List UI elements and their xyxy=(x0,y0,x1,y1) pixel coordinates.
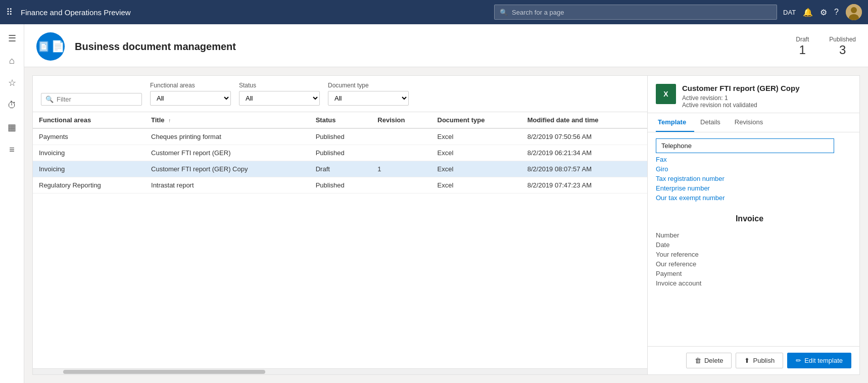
environment-label: DAT xyxy=(783,9,796,16)
cell-title: Customer FTI report (GER) xyxy=(145,145,310,161)
detail-sub1: Active revision: 1 xyxy=(682,94,800,102)
invoice-field-item: Date xyxy=(656,241,843,249)
settings-icon[interactable]: ⚙ xyxy=(820,8,827,17)
functional-areas-select[interactable]: All xyxy=(150,91,231,106)
page-icon: 📄 📄 xyxy=(36,32,65,61)
document-type-select[interactable]: All Excel xyxy=(328,91,409,106)
invoice-fields-list: NumberDateYour referenceOur referencePay… xyxy=(648,231,851,287)
search-box[interactable]: 🔍 Search for a page xyxy=(494,5,777,20)
cell-modified: 8/2/2019 08:07:57 AM xyxy=(521,161,647,177)
telephone-field: Telephone xyxy=(656,138,834,153)
svg-point-1 xyxy=(851,7,857,13)
hscroll-thumb[interactable] xyxy=(63,370,265,374)
template-link-item[interactable]: Enterprise number xyxy=(656,184,843,193)
detail-sub2: Active revision not validated xyxy=(682,102,800,109)
excel-icon: X xyxy=(656,84,676,104)
template-link-item[interactable]: Fax xyxy=(656,155,843,164)
cell-modified: 8/2/2019 07:50:56 AM xyxy=(521,128,647,145)
delete-button[interactable]: 🗑 Delete xyxy=(686,353,732,368)
table-header-row: Functional areas Title ↑ Status xyxy=(33,112,647,128)
delete-icon: 🗑 xyxy=(695,357,701,364)
search-icon: 🔍 xyxy=(500,9,508,16)
table-row[interactable]: Invoicing Customer FTI report (GER) Publ… xyxy=(33,145,647,161)
cell-modified: 8/2/2019 07:47:23 AM xyxy=(521,177,647,194)
invoice-field-item: Number xyxy=(656,231,843,239)
user-avatar[interactable] xyxy=(846,4,862,20)
publish-button[interactable]: ⬆ Publish xyxy=(736,353,783,368)
edit-template-label: Edit template xyxy=(804,357,843,364)
document-type-label: Document type xyxy=(328,82,409,89)
page-header: 📄 📄 Business document management Draft 1… xyxy=(24,24,868,67)
cell-document-type: Excel xyxy=(431,177,521,194)
col-modified[interactable]: Modified date and time xyxy=(521,112,647,128)
filter-search-group: 🔍 xyxy=(41,93,142,106)
filter-search-icon: 🔍 xyxy=(45,95,54,103)
template-link-item[interactable]: Tax registration number xyxy=(656,174,843,183)
cell-functional-area: Regulatory Reporting xyxy=(33,177,145,194)
cell-functional-area: Invoicing xyxy=(33,145,145,161)
table-row[interactable]: Payments Cheques printing format Publish… xyxy=(33,128,647,145)
edit-template-button[interactable]: ✏ Edit template xyxy=(787,353,851,368)
stat-published-value: 3 xyxy=(829,43,856,57)
grid-menu-icon[interactable]: ⠿ xyxy=(6,7,13,18)
col-status[interactable]: Status xyxy=(310,112,372,128)
list-panel: 🔍 Functional areas All Status All xyxy=(32,75,648,375)
col-title[interactable]: Title ↑ xyxy=(145,112,310,128)
template-link-item[interactable]: Giro xyxy=(656,165,843,173)
invoice-field-item: Our reference xyxy=(656,260,843,268)
stat-published-label: Published xyxy=(829,36,856,43)
filter-input[interactable] xyxy=(57,95,137,103)
invoice-field-item: Your reference xyxy=(656,251,843,258)
cell-title: Cheques printing format xyxy=(145,128,310,145)
filter-search-box[interactable]: 🔍 xyxy=(41,93,142,106)
content-area: 🔍 Functional areas All Status All xyxy=(24,67,868,383)
detail-tabs: Template Details Revisions xyxy=(648,113,859,132)
table-row[interactable]: Invoicing Customer FTI report (GER) Copy… xyxy=(33,161,647,177)
sidebar-item-modules[interactable]: ≡ xyxy=(2,139,22,160)
sidebar-item-favorites[interactable]: ☆ xyxy=(2,73,22,93)
help-icon[interactable]: ? xyxy=(834,8,839,17)
table-row[interactable]: Regulatory Reporting Intrastat report Pu… xyxy=(33,177,647,194)
edit-template-icon: ✏ xyxy=(796,357,801,364)
col-functional-areas[interactable]: Functional areas xyxy=(33,112,145,128)
tab-revisions[interactable]: Revisions xyxy=(733,113,771,132)
col-revision[interactable]: Revision xyxy=(371,112,431,128)
template-content: Telephone FaxGiroTax registration number… xyxy=(648,132,859,346)
tab-template[interactable]: Template xyxy=(656,113,694,132)
invoice-field-item: Invoice account xyxy=(656,279,843,287)
cell-functional-area: Invoicing xyxy=(33,161,145,177)
filters-bar: 🔍 Functional areas All Status All xyxy=(33,76,647,112)
sidebar-item-home[interactable]: ⌂ xyxy=(2,51,22,71)
status-label: Status xyxy=(239,82,320,89)
sidebar-item-menu[interactable]: ☰ xyxy=(2,28,22,49)
cell-status: Published xyxy=(310,145,372,161)
detail-actions: 🗑 Delete ⬆ Publish ✏ Edit template xyxy=(648,346,859,374)
status-select[interactable]: All Published Draft xyxy=(239,91,320,106)
cell-title: Intrastat report xyxy=(145,177,310,194)
top-navigation: ⠿ Finance and Operations Preview 🔍 Searc… xyxy=(0,0,868,24)
document-type-filter-group: Document type All Excel xyxy=(328,82,409,106)
detail-header: X Customer FTI report (GER) Copy Active … xyxy=(648,76,859,113)
horizontal-scrollbar[interactable] xyxy=(33,368,647,374)
cell-revision xyxy=(371,177,431,194)
functional-areas-filter-group: Functional areas All xyxy=(150,82,231,106)
cell-revision xyxy=(371,128,431,145)
sort-arrow-title: ↑ xyxy=(168,118,171,123)
invoice-heading: Invoice xyxy=(648,214,851,223)
sidebar-item-recent[interactable]: ⏱ xyxy=(2,95,22,115)
template-link-item[interactable]: Our tax exempt number xyxy=(656,194,843,202)
tab-details[interactable]: Details xyxy=(698,113,729,132)
stat-published: Published 3 xyxy=(829,36,856,57)
col-document-type[interactable]: Document type xyxy=(431,112,521,128)
detail-panel: X Customer FTI report (GER) Copy Active … xyxy=(648,75,860,375)
publish-label: Publish xyxy=(753,357,775,364)
cell-modified: 8/2/2019 06:21:34 AM xyxy=(521,145,647,161)
sidebar-item-workspaces[interactable]: ▦ xyxy=(2,117,22,137)
cell-revision: 1 xyxy=(371,161,431,177)
status-filter-group: Status All Published Draft xyxy=(239,82,320,106)
notification-icon[interactable]: 🔔 xyxy=(803,8,813,17)
stat-draft-label: Draft xyxy=(796,36,809,43)
documents-table: Functional areas Title ↑ Status xyxy=(33,112,647,194)
search-placeholder: Search for a page xyxy=(512,9,564,16)
detail-title-section: Customer FTI report (GER) Copy Active re… xyxy=(682,84,800,109)
